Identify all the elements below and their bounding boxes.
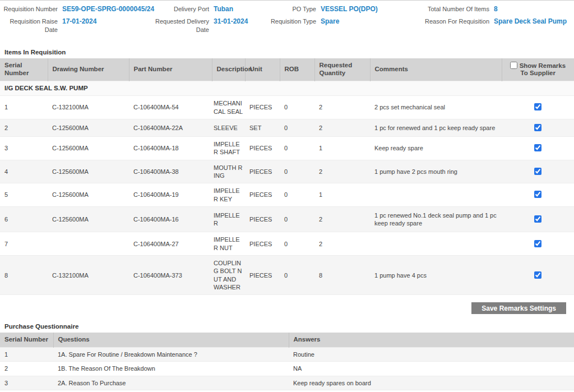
reason-for-requisition-value: Spare Deck Seal Pump (489, 17, 567, 26)
show-remark-cell (502, 232, 574, 256)
answer-cell: Keep ready spares on board (289, 390, 574, 392)
questionnaire-row: 42B. Reason For Quantity RequiredKeep re… (0, 390, 574, 392)
description-cell: MOUTH RING (212, 160, 245, 183)
field-reason-for-requisition: Reason For Requisition Spare Deck Seal P… (412, 17, 574, 26)
requested-quantity-cell: 8 (314, 256, 370, 295)
rob-cell: 0 (280, 119, 314, 136)
show-remark-cell (502, 183, 574, 207)
field-requested-delivery-date: Requested Delivery Date 31-01-2024 (150, 17, 253, 34)
serial-number-cell: 5 (0, 183, 48, 207)
po-type-value: VESSEL PO(DPO) (316, 5, 378, 13)
requested-quantity-cell: 1 (314, 137, 370, 160)
save-remarks-settings-button[interactable]: Save Remarks Settings (471, 302, 566, 314)
unit-cell: PIECES (245, 137, 280, 160)
comments-cell (370, 183, 502, 207)
question-cell: 1B. The Reason Of The Breakdown (53, 362, 289, 376)
rob-cell: 0 (280, 137, 314, 160)
questionnaire-row: 32A. Reason To PurchaseKeep ready spares… (0, 376, 574, 390)
comments-cell: 1 pump have 2 pcs mouth ring (370, 160, 502, 183)
requested-delivery-date-value: 31-01-2024 (209, 17, 248, 26)
description-cell: IMPELLER NUT (212, 232, 245, 256)
show-remark-checkbox[interactable] (534, 240, 541, 247)
requested-delivery-date-label: Requested Delivery Date (150, 17, 209, 34)
show-remark-cell (502, 119, 574, 136)
show-remark-checkbox[interactable] (534, 103, 541, 110)
button-row: Save Remarks Settings (0, 295, 574, 314)
comments-cell: 1 pc for renewed and 1 pc keep ready spa… (370, 119, 502, 136)
show-remark-checkbox[interactable] (534, 124, 541, 131)
item-row: 8C-132100MAC-106400MA-373COUPLING BOLT N… (0, 256, 574, 295)
questionnaire-row: 21B. The Reason Of The BreakdownNA (0, 362, 574, 376)
description-cell: IMPELLER (212, 206, 245, 232)
drawing-number-cell: C-125600MA (48, 137, 129, 160)
q-serial-cell: 4 (0, 390, 53, 392)
show-remark-cell (502, 137, 574, 160)
serial-number-cell: 1 (0, 96, 48, 119)
item-row: 3C-125600MAC-106400MA-18IMPELLER SHAFTPI… (0, 137, 574, 160)
delivery-port-label: Delivery Port (150, 5, 209, 13)
items-section-title: Items In Requisition (4, 49, 574, 56)
serial-number-cell: 3 (0, 137, 48, 160)
rob-cell: 0 (280, 96, 314, 119)
col-unit: Unit (245, 58, 280, 81)
question-cell: 2B. Reason For Quantity Required (53, 390, 289, 392)
questionnaire-row: 11A. Spare For Routine / Breakdown Maint… (0, 348, 574, 362)
answer-cell: NA (289, 362, 574, 376)
show-remark-cell (502, 96, 574, 119)
item-row: 7C-106400MA-27IMPELLER NUTPIECES02 (0, 232, 574, 256)
requested-quantity-cell: 2 (314, 119, 370, 136)
unit-cell: PIECES (245, 160, 280, 183)
drawing-number-cell: C-125600MA (48, 160, 129, 183)
col-part-number: Part Number (129, 58, 212, 81)
group-header-row: I/G DECK SEAL S.W. PUMP (0, 81, 574, 96)
rob-cell: 0 (280, 206, 314, 232)
field-requisition-type: Requisition Type Spare (253, 17, 412, 26)
questionnaire-header-row: Serial Number Questions Answers (0, 333, 574, 347)
requested-quantity-cell: 2 (314, 232, 370, 256)
show-remarks-header-label: Show Remarks To Supplier (520, 62, 566, 77)
total-items-label: Total Number Of Items (412, 5, 489, 13)
show-remark-checkbox[interactable] (534, 271, 541, 279)
field-total-number-of-items: Total Number Of Items 8 (412, 5, 574, 13)
part-number-cell: C-106400MA-16 (129, 206, 212, 232)
comments-cell: Keep ready spare (370, 137, 502, 160)
show-remark-checkbox[interactable] (534, 215, 541, 223)
field-requisition-raise-date: Requisition Raise Date 17-01-2024 (0, 17, 150, 34)
field-requisition-number: Requisition Number SE59-OPE-SPRG-0000045… (0, 5, 150, 13)
description-cell: SLEEVE (212, 119, 245, 136)
item-row: 6C-125600MAC-106400MA-16IMPELLERPIECES02… (0, 206, 574, 232)
part-number-cell: C-106400MA-373 (129, 256, 212, 295)
items-header-row: Serial Number Drawing Number Part Number… (0, 58, 574, 81)
requisition-raise-date-value: 17-01-2024 (58, 17, 96, 26)
show-remark-checkbox[interactable] (534, 168, 541, 175)
col-serial-number: Serial Number (0, 58, 48, 81)
show-remark-cell (502, 256, 574, 295)
part-number-cell: C-106400MA-18 (129, 137, 212, 160)
col-description: Description (212, 58, 245, 81)
requisition-raise-date-label: Requisition Raise Date (0, 17, 58, 34)
requested-quantity-cell: 2 (314, 206, 370, 232)
item-row: 4C-125600MAC-106400MA-38MOUTH RINGPIECES… (0, 160, 574, 183)
unit-cell: SET (245, 119, 280, 136)
unit-cell: PIECES (245, 232, 280, 256)
show-remark-checkbox[interactable] (534, 144, 541, 151)
q-serial-cell: 2 (0, 362, 53, 376)
unit-cell: PIECES (245, 256, 280, 295)
col-requested-quantity: Requested Quantity (314, 58, 370, 81)
drawing-number-cell: C-132100MA (48, 96, 129, 119)
show-remark-checkbox[interactable] (534, 191, 541, 198)
question-cell: 1A. Spare For Routine / Breakdown Mainte… (53, 348, 289, 362)
rob-cell: 0 (280, 183, 314, 207)
show-remark-cell (502, 206, 574, 232)
serial-number-cell: 6 (0, 206, 48, 232)
col-q-serial-number: Serial Number (0, 333, 53, 347)
col-questions: Questions (53, 333, 289, 347)
field-po-type: PO Type VESSEL PO(DPO) (253, 5, 412, 13)
part-number-cell: C-106400MA-22A (129, 119, 212, 136)
requisition-type-label: Requisition Type (253, 17, 316, 26)
item-row: 1C-132100MAC-106400MA-54MECHANICAL SEALP… (0, 96, 574, 119)
requested-quantity-cell: 2 (314, 96, 370, 119)
show-remarks-all-checkbox[interactable] (510, 62, 517, 69)
q-serial-cell: 1 (0, 348, 53, 362)
col-drawing-number: Drawing Number (48, 58, 129, 81)
